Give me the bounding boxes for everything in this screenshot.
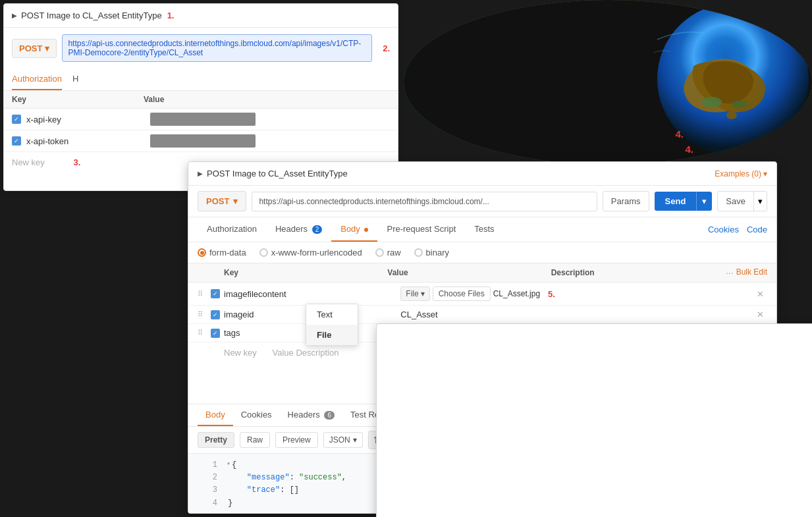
cookies-link[interactable]: Cookies bbox=[708, 225, 739, 234]
value-imageid bbox=[400, 310, 577, 319]
bg-checkbox-2[interactable]: ✓ bbox=[12, 136, 21, 146]
new-key-placeholder: New key bbox=[224, 348, 257, 358]
annotation-5: 5. bbox=[548, 289, 555, 299]
params-button[interactable]: Params bbox=[603, 191, 649, 211]
svg-point-4 bbox=[732, 100, 747, 108]
new-desc-placeholder: Description bbox=[296, 348, 338, 358]
save-button-group: Save ▾ bbox=[717, 191, 767, 211]
svg-point-5 bbox=[726, 111, 737, 119]
checkbox-tags[interactable]: ✓ bbox=[211, 329, 224, 338]
tab-headers[interactable]: Headers 2 bbox=[266, 217, 331, 242]
collapse-arrow-1[interactable]: ▾ bbox=[227, 459, 230, 472]
drag-handle-3[interactable]: ⠿ bbox=[198, 329, 211, 337]
close-row-2[interactable]: ✕ bbox=[754, 310, 767, 319]
bg-tab-h[interactable]: H bbox=[72, 68, 78, 90]
collapse-icon: ▶ bbox=[12, 12, 17, 19]
checkbox-icon-1: ✓ bbox=[211, 289, 220, 298]
panel-title-text: POST Image to CL_Asset EntityType bbox=[207, 169, 348, 178]
panel-triangle-icon: ▶ bbox=[198, 170, 203, 177]
panel-title-row: ▶ POST Image to CL_Asset EntityType bbox=[198, 169, 348, 178]
new-value-placeholder: Value bbox=[272, 348, 293, 358]
th-description: Description bbox=[551, 268, 715, 277]
more-icon[interactable]: ··· bbox=[726, 267, 734, 278]
svg-point-3 bbox=[702, 97, 722, 107]
send-button-group: Send ▾ bbox=[655, 192, 713, 211]
save-dropdown-button[interactable]: ▾ bbox=[754, 191, 767, 211]
format-pretty-button[interactable]: Pretty bbox=[198, 432, 234, 448]
bg-url-input[interactable]: https://api-us.connectedproducts.interne… bbox=[62, 34, 372, 62]
tab-tests[interactable]: Tests bbox=[465, 217, 503, 242]
panel-header: ▶ POST Image to CL_Asset EntityType Exam… bbox=[188, 162, 776, 186]
dropdown-text[interactable]: Text bbox=[306, 304, 358, 325]
body-dot bbox=[364, 228, 368, 232]
table-row-imagefilecontent: ⠿ ✓ File ▾ Text File Choose Files CL_Ass… bbox=[188, 283, 776, 306]
dropdown-file[interactable]: File bbox=[306, 325, 358, 345]
th-key: Key bbox=[224, 268, 387, 277]
radio-raw-circle bbox=[375, 248, 384, 257]
tab-authorization[interactable]: Authorization bbox=[198, 217, 266, 242]
radio-binary-circle bbox=[414, 248, 423, 257]
annotation-3: 3. bbox=[73, 157, 80, 167]
resp-tab-headers[interactable]: Headers 6 bbox=[280, 404, 342, 426]
url-input[interactable] bbox=[252, 192, 597, 211]
main-panel: ▶ POST Image to CL_Asset EntityType Exam… bbox=[188, 161, 777, 514]
format-preview-button[interactable]: Preview bbox=[275, 432, 318, 448]
table-header-row: Key Value Description ··· Bulk Edit bbox=[188, 263, 776, 283]
bg-row-1: ✓ x-api-key bbox=[4, 109, 398, 130]
bulk-edit-link[interactable]: Bulk Edit bbox=[736, 267, 767, 278]
th-value: Value bbox=[387, 268, 551, 277]
radio-form-data[interactable]: form-data bbox=[198, 248, 246, 258]
bg-tab-authorization[interactable]: Authorization bbox=[12, 68, 62, 90]
radio-form-data-circle bbox=[198, 248, 206, 257]
resp-tab-body[interactable]: Body bbox=[198, 404, 233, 426]
file-type-button[interactable]: File ▾ bbox=[400, 286, 429, 301]
tab-pre-request[interactable]: Pre-request Script bbox=[377, 217, 465, 242]
globe-image: 4. bbox=[404, 0, 812, 165]
body-options: form-data x-www-form-urlencoded raw bina… bbox=[188, 242, 776, 263]
bg-method-button[interactable]: POST ▾ bbox=[12, 39, 57, 58]
radio-binary[interactable]: binary bbox=[414, 248, 449, 258]
table-row-imageid: ⠿ ✓ ✕ bbox=[188, 306, 776, 324]
tab-body[interactable]: Body bbox=[331, 217, 377, 242]
checkbox-imageid[interactable]: ✓ bbox=[211, 310, 224, 319]
value-input-2[interactable] bbox=[400, 310, 577, 319]
save-button[interactable]: Save bbox=[717, 191, 754, 211]
drag-handle-1[interactable]: ⠿ bbox=[198, 290, 211, 298]
json-format-select[interactable]: JSON ▾ bbox=[323, 432, 363, 448]
method-button[interactable]: POST ▾ bbox=[198, 191, 246, 211]
bg-tabs: Authorization H bbox=[4, 68, 398, 91]
key-imagefilecontent bbox=[224, 289, 400, 299]
close-row-1[interactable]: ✕ bbox=[754, 289, 767, 299]
radio-urlencoded[interactable]: x-www-form-urlencoded bbox=[259, 248, 362, 258]
checkbox-icon-2: ✓ bbox=[211, 310, 220, 319]
th-actions: ··· Bulk Edit bbox=[715, 267, 767, 278]
bg-value-bar-1 bbox=[150, 113, 256, 126]
request-row: POST ▾ Params Send ▾ Save ▾ bbox=[188, 186, 776, 217]
file-type-dropdown: Text File bbox=[306, 304, 358, 346]
format-raw-button[interactable]: Raw bbox=[240, 432, 270, 448]
key-input-1[interactable] bbox=[224, 289, 400, 299]
resp-tab-cookies[interactable]: Cookies bbox=[233, 404, 280, 426]
examples-link[interactable]: Examples (0) ▾ bbox=[715, 169, 767, 178]
send-dropdown-button[interactable]: ▾ bbox=[696, 192, 712, 211]
code-link[interactable]: Code bbox=[747, 225, 767, 234]
annotation-1: 1. bbox=[167, 11, 175, 20]
value-imagefilecontent: File ▾ Text File Choose Files CL_Asset.j… bbox=[400, 286, 577, 301]
checkbox-imagefilecontent[interactable]: ✓ bbox=[211, 289, 224, 298]
file-name-display: CL_Asset.jpg bbox=[493, 289, 540, 298]
bg-table-header: Key Value bbox=[4, 91, 398, 109]
right-nav-links: Cookies Code bbox=[708, 225, 767, 234]
bg-row-2: ✓ x-api-token bbox=[4, 130, 398, 152]
globe-annotation-4: 4. bbox=[675, 128, 684, 140]
radio-urlencoded-circle bbox=[259, 248, 268, 257]
drag-handle-2[interactable]: ⠿ bbox=[198, 310, 211, 319]
radio-raw[interactable]: raw bbox=[375, 248, 401, 258]
bg-panel-title-text: POST Image to CL_Asset EntityType bbox=[21, 11, 162, 20]
bg-url-row: POST ▾ https://api-us.connectedproducts.… bbox=[4, 28, 398, 68]
annotation-2: 2. bbox=[383, 43, 390, 53]
annotation-4: 4. bbox=[685, 144, 693, 155]
bg-value-bar-2 bbox=[150, 134, 256, 148]
bg-checkbox-1[interactable]: ✓ bbox=[12, 115, 21, 124]
choose-files-button[interactable]: Choose Files bbox=[433, 286, 491, 301]
send-button[interactable]: Send bbox=[655, 192, 697, 211]
